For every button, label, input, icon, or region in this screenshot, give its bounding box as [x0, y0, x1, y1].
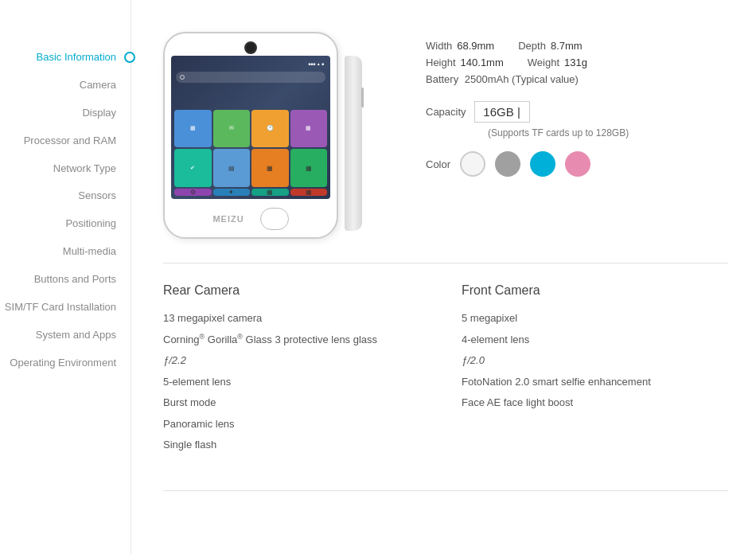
- color-swatch-pink[interactable]: [565, 151, 590, 177]
- rear-cam-spec-1: 13 megapixel camera: [163, 310, 430, 326]
- rear-cam-spec-3: ƒ/2.2: [163, 353, 430, 369]
- phone-home-area: MEIZU: [165, 201, 337, 237]
- front-cam-spec-1: 5 megapixel: [462, 310, 728, 326]
- capacity-row: Capacity 16GB |: [426, 101, 728, 123]
- spec-battery: Battery 2500mAh (Typical value): [426, 73, 728, 85]
- color-swatch-white[interactable]: [460, 151, 485, 177]
- color-section: Color: [426, 151, 728, 177]
- home-button: [260, 208, 289, 230]
- status-bar: ■■■ ▲ ■: [174, 59, 327, 68]
- app-icon-9: ⚙: [174, 189, 212, 196]
- app-icon-6: ▤: [213, 149, 251, 187]
- specs-area: Width 68.9mm Depth 8.7mm Height 140.1mm …: [426, 32, 728, 177]
- app-icon-4: ▦: [290, 110, 328, 148]
- rear-cam-spec-5: Burst mode: [163, 395, 430, 411]
- front-camera-col: Front Camera 5 megapixel 4-element lens …: [462, 283, 728, 458]
- app-icon-5: ✔: [174, 149, 212, 187]
- phone-front-view: ■■■ ▲ ■ ▦ ✉ 🕐 ▦ ✔ ▤ ▦ ▦ ⚙: [163, 32, 338, 239]
- color-swatch-gray[interactable]: [495, 151, 520, 177]
- rear-camera-col: Rear Camera 13 megapixel camera Corning®…: [163, 283, 430, 458]
- app-icon-8: ▦: [290, 149, 328, 187]
- capacity-value[interactable]: 16GB |: [474, 101, 530, 123]
- app-icon-12: ▦: [290, 189, 328, 196]
- capacity-section: Capacity 16GB | (Supports TF cards up to…: [426, 101, 728, 138]
- sidebar-item-multi-media[interactable]: Multi-media: [0, 238, 131, 266]
- front-cam-spec-4: FotoNation 2.0 smart selfie enhancement: [462, 374, 728, 390]
- width-value: 68.9mm: [457, 40, 494, 52]
- app-icon-10: ✦: [213, 189, 251, 196]
- sidebar-item-basic-information[interactable]: Basic Information: [0, 44, 131, 72]
- phone-side-view: [345, 56, 362, 231]
- capacity-label: Capacity: [426, 106, 466, 118]
- phone-image-container: ■■■ ▲ ■ ▦ ✉ 🕐 ▦ ✔ ▤ ▦ ▦ ⚙: [163, 32, 402, 239]
- color-swatch-blue[interactable]: [530, 151, 555, 177]
- phone-screen: ■■■ ▲ ■ ▦ ✉ 🕐 ▦ ✔ ▤ ▦ ▦ ⚙: [171, 56, 330, 199]
- phone-search-icon: [180, 75, 185, 80]
- height-label: Height: [426, 57, 456, 68]
- front-camera-title: Front Camera: [462, 283, 728, 298]
- top-section: ■■■ ▲ ■ ▦ ✉ 🕐 ▦ ✔ ▤ ▦ ▦ ⚙: [163, 32, 728, 239]
- phone-search-bar: [176, 72, 325, 83]
- camera-section: Rear Camera 13 megapixel camera Corning®…: [163, 283, 728, 458]
- sidebar-item-camera[interactable]: Camera: [0, 72, 131, 99]
- rear-cam-spec-7: Single flash: [163, 437, 430, 453]
- capacity-note: (Supports TF cards up to 128GB): [488, 127, 728, 138]
- spec-row-2: Height 140.1mm Weight 131g: [426, 57, 728, 68]
- sidebar-item-buttons-ports[interactable]: Buttons and Ports: [0, 266, 131, 294]
- divider-2: [163, 490, 728, 491]
- sidebar-item-processor-ram[interactable]: Processor and RAM: [0, 127, 131, 155]
- battery-value: 2500mAh (Typical value): [465, 73, 579, 85]
- sidebar-item-system-apps[interactable]: System and Apps: [0, 322, 131, 349]
- sidebar-item-operating-env[interactable]: Operating Environment: [0, 349, 131, 377]
- rear-camera-title: Rear Camera: [163, 283, 430, 298]
- rear-cam-spec-6: Panoramic lens: [163, 416, 430, 432]
- divider-1: [163, 263, 728, 263]
- sidebar-item-network-type[interactable]: Network Type: [0, 155, 131, 183]
- spec-row-1: Width 68.9mm Depth 8.7mm: [426, 40, 728, 52]
- spec-weight: Weight 131g: [528, 57, 587, 68]
- app-icon-11: ▦: [251, 189, 289, 196]
- sidebar-item-positioning[interactable]: Positioning: [0, 210, 131, 238]
- sidebar-item-sensors[interactable]: Sensors: [0, 182, 131, 210]
- rear-cam-spec-4: 5-element lens: [163, 374, 430, 390]
- app-icon-1: ▦: [174, 110, 212, 148]
- spec-width: Width 68.9mm: [426, 40, 494, 52]
- depth-label: Depth: [518, 40, 546, 52]
- front-camera-dot: [244, 41, 257, 54]
- rear-cam-spec-2: Corning® Gorilla® Glass 3 protective len…: [163, 332, 430, 348]
- sidebar: Basic Information Camera Display Process…: [0, 0, 131, 554]
- front-cam-spec-5: Face AE face light boost: [462, 395, 728, 411]
- app-icon-3: 🕐: [251, 110, 289, 148]
- phone-brand: MEIZU: [212, 214, 244, 224]
- battery-label: Battery: [426, 73, 458, 85]
- height-value: 140.1mm: [461, 57, 504, 68]
- main-content: ■■■ ▲ ■ ▦ ✉ 🕐 ▦ ✔ ▤ ▦ ▦ ⚙: [131, 0, 756, 554]
- front-cam-spec-3: ƒ/2.0: [462, 353, 728, 369]
- depth-value: 8.7mm: [551, 40, 583, 52]
- sidebar-item-display[interactable]: Display: [0, 99, 131, 127]
- spec-height: Height 140.1mm: [426, 57, 504, 68]
- app-icon-7: ▦: [251, 149, 289, 187]
- front-cam-spec-2: 4-element lens: [462, 332, 728, 348]
- sidebar-item-sim-card[interactable]: SIM/TF Card Installation: [0, 294, 131, 322]
- app-icon-2: ✉: [213, 110, 251, 148]
- weight-label: Weight: [528, 57, 559, 68]
- weight-value: 131g: [564, 57, 587, 68]
- color-label: Color: [426, 158, 450, 170]
- width-label: Width: [426, 40, 452, 52]
- spec-depth: Depth 8.7mm: [518, 40, 582, 52]
